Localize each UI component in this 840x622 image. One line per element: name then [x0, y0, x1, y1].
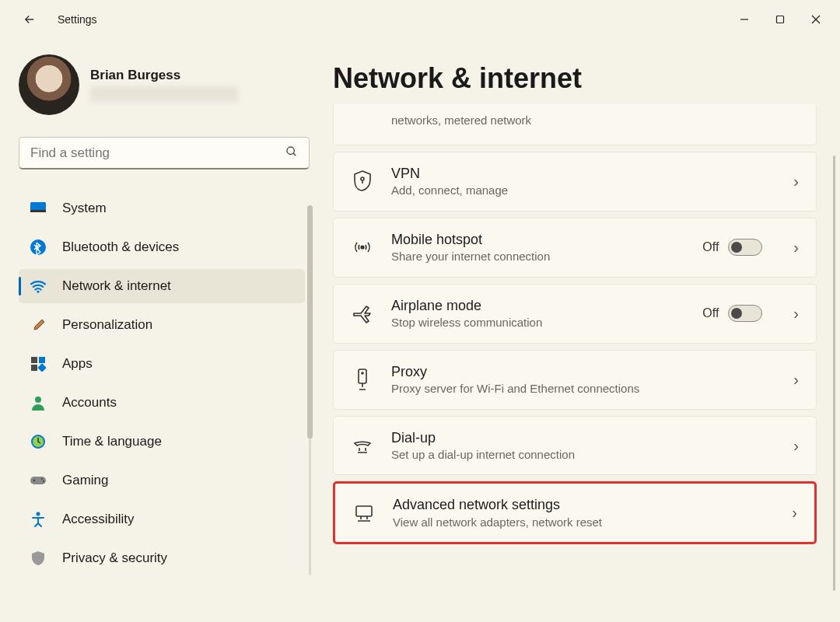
airplane-icon	[351, 302, 374, 325]
card-title: Advanced network settings	[393, 496, 761, 514]
system-icon	[30, 200, 47, 217]
card-sub: networks, metered network	[391, 113, 799, 128]
maximize-button[interactable]	[762, 5, 798, 33]
chevron-right-icon: ›	[793, 437, 799, 455]
svg-point-4	[287, 147, 294, 154]
sidebar-item-network[interactable]: Network & internet	[19, 269, 305, 303]
svg-point-21	[37, 512, 40, 516]
vpn-shield-icon	[351, 169, 374, 193]
bluetooth-icon	[30, 239, 47, 256]
sidebar-scroll-thumb[interactable]	[307, 205, 313, 439]
card-title: Dial-up	[391, 429, 762, 447]
gamepad-icon	[30, 472, 47, 489]
svg-point-14	[35, 397, 41, 403]
card-title: VPN	[391, 165, 762, 183]
sidebar-item-system[interactable]: System	[19, 191, 305, 225]
card-dialup[interactable]: Dial-up Set up a dial-up internet connec…	[333, 416, 817, 476]
card-proxy[interactable]: Proxy Proxy server for Wi-Fi and Etherne…	[333, 350, 817, 410]
clock-icon	[30, 433, 47, 450]
sidebar-item-time[interactable]: Time & language	[19, 425, 305, 459]
svg-point-19	[41, 478, 43, 480]
card-sub: Share your internet connection	[391, 249, 685, 264]
card-sub: View all network adapters, network reset	[393, 515, 761, 530]
svg-rect-26	[356, 506, 372, 516]
sidebar: Brian Burgess System Bluetooth & devices…	[0, 39, 319, 622]
nav-label: Accessibility	[62, 512, 135, 527]
close-button[interactable]	[798, 5, 834, 33]
nav-label: Personalization	[62, 317, 152, 333]
svg-rect-10	[31, 357, 37, 363]
svg-point-23	[361, 246, 364, 250]
sidebar-item-gaming[interactable]: Gaming	[19, 463, 305, 498]
chevron-right-icon: ›	[793, 239, 799, 257]
sidebar-item-personalization[interactable]: Personalization	[19, 308, 305, 342]
nav-label: Network & internet	[62, 278, 171, 294]
toggle-label: Off	[702, 240, 719, 254]
nav-label: Apps	[62, 356, 93, 372]
proxy-icon	[351, 368, 374, 391]
accessibility-icon	[30, 511, 47, 528]
card-sub: Add, connect, manage	[391, 183, 762, 198]
main-scroll-thumb[interactable]	[833, 156, 835, 591]
svg-point-18	[33, 480, 36, 482]
sidebar-item-privacy[interactable]: Privacy & security	[19, 541, 305, 575]
search-icon	[285, 145, 298, 161]
profile-name: Brian Burgess	[90, 68, 238, 83]
nav-label: Privacy & security	[62, 550, 167, 566]
card-airplane[interactable]: Airplane mode Stop wireless communicatio…	[333, 284, 817, 344]
svg-rect-24	[359, 369, 366, 383]
profile[interactable]: Brian Burgess	[19, 54, 319, 115]
card-advanced-network[interactable]: Advanced network settings View all netwo…	[333, 481, 817, 544]
svg-rect-11	[39, 357, 45, 363]
card-title: Proxy	[391, 363, 762, 381]
nav-label: Accounts	[62, 395, 117, 411]
card-hotspot[interactable]: Mobile hotspot Share your internet conne…	[333, 218, 817, 278]
search-box[interactable]	[19, 137, 310, 169]
card-vpn[interactable]: VPN Add, connect, manage ›	[333, 152, 817, 211]
titlebar: Settings	[0, 0, 840, 39]
shield-icon	[30, 550, 47, 567]
hotspot-toggle[interactable]	[728, 239, 762, 256]
nav-label: Bluetooth & devices	[62, 239, 179, 255]
svg-point-25	[362, 372, 363, 374]
apps-icon	[30, 355, 47, 372]
sidebar-item-apps[interactable]: Apps	[19, 347, 305, 381]
back-button[interactable]	[16, 5, 44, 33]
sidebar-item-accounts[interactable]: Accounts	[19, 386, 305, 420]
sidebar-item-accessibility[interactable]: Accessibility	[19, 502, 305, 536]
nav-label: Gaming	[62, 473, 109, 488]
svg-point-9	[37, 291, 39, 293]
window-title: Settings	[58, 13, 97, 26]
card-title: Mobile hotspot	[391, 231, 685, 249]
profile-email	[90, 86, 238, 102]
brush-icon	[30, 316, 47, 334]
person-icon	[30, 394, 47, 411]
hotspot-icon	[351, 236, 374, 259]
search-input[interactable]	[30, 145, 285, 161]
card-sub: Set up a dial-up internet connection	[391, 447, 762, 463]
sidebar-item-bluetooth[interactable]: Bluetooth & devices	[19, 230, 305, 264]
svg-rect-12	[31, 365, 37, 371]
card-title: Airplane mode	[391, 297, 685, 315]
card-sub: Proxy server for Wi-Fi and Ethernet conn…	[391, 381, 762, 397]
chevron-right-icon: ›	[793, 305, 799, 323]
svg-rect-7	[30, 210, 46, 212]
airplane-toggle[interactable]	[728, 305, 762, 322]
adapter-icon	[352, 501, 376, 525]
nav: System Bluetooth & devices Network & int…	[19, 191, 319, 575]
svg-rect-1	[777, 16, 784, 23]
page-title: Network & internet	[333, 62, 817, 95]
chevron-right-icon: ›	[793, 173, 799, 190]
svg-line-5	[293, 153, 296, 156]
card-partial[interactable]: networks, metered network	[333, 104, 817, 145]
nav-label: Time & language	[62, 434, 162, 449]
main-content: Network & internet networks, metered net…	[319, 39, 840, 622]
svg-rect-13	[37, 363, 46, 372]
chevron-right-icon: ›	[792, 504, 797, 522]
minimize-button[interactable]	[726, 5, 762, 33]
card-sub: Stop wireless communication	[391, 315, 685, 330]
window-controls	[726, 5, 834, 33]
svg-point-20	[43, 480, 44, 482]
dialup-icon	[351, 434, 374, 457]
avatar	[19, 54, 79, 115]
